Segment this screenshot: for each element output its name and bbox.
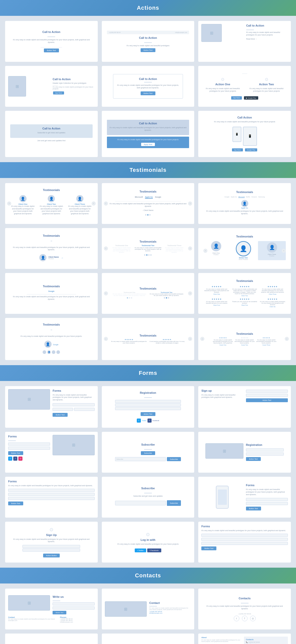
f3-input1[interactable] <box>246 390 288 393</box>
f8-button[interactable]: Subscribe <box>167 500 181 506</box>
f10-input1[interactable] <box>22 545 80 548</box>
f2-input1[interactable] <box>115 400 181 403</box>
t3-text: It's very easy to create stylish and bea… <box>203 210 286 215</box>
action-card-5: Call to Action It's very easy to create … <box>102 66 194 107</box>
t2-c2: Apple Inc <box>145 196 153 199</box>
a2-text: It's very easy to create stylish and bea… <box>127 44 169 47</box>
f11-twitter[interactable]: t Twitter <box>135 548 146 552</box>
t2-nav-left[interactable]: ‹ <box>104 201 108 206</box>
f7-input1[interactable] <box>8 489 95 492</box>
f1-input3[interactable] <box>74 408 94 411</box>
f7-button[interactable]: Button Text <box>8 502 23 505</box>
a9-googleplay[interactable]: Google Play <box>245 148 257 151</box>
f11-facebook[interactable]: f Facebook <box>147 548 161 552</box>
f9-input2[interactable] <box>246 502 288 505</box>
f4-fb[interactable]: f <box>13 457 17 461</box>
action-card-9: Call Action It's very easy to create sty… <box>198 111 291 157</box>
c3-facebook[interactable]: f <box>242 616 248 621</box>
f6-input2[interactable] <box>246 452 284 456</box>
c1-input2[interactable] <box>53 606 94 610</box>
actions-section: Actions Call to Action It's very easy to… <box>0 0 296 162</box>
t12-nav-left[interactable]: ‹ <box>200 337 204 341</box>
c1-input1[interactable] <box>53 602 94 605</box>
f12-input3[interactable] <box>201 542 288 545</box>
form-card-5: Subscribe Subscribe Subscribe Subscribe <box>102 432 194 473</box>
a8-button[interactable]: Apply Now <box>141 143 155 146</box>
f7-input2[interactable] <box>8 493 95 496</box>
a2-button[interactable]: Button Text <box>141 48 156 52</box>
f6-input1[interactable] <box>246 448 284 451</box>
t8-nav-left[interactable]: ‹ <box>104 291 108 295</box>
f4-insta[interactable]: ◎ <box>18 457 22 461</box>
t1-nav-right[interactable]: › <box>92 201 96 206</box>
f4-input1[interactable] <box>8 443 50 446</box>
f2-button[interactable]: Action Text <box>141 412 155 416</box>
c3-insta[interactable]: ◎ <box>250 616 256 621</box>
c2-email: info@example.com <box>149 612 191 614</box>
f2-facebook[interactable]: f <box>147 419 152 423</box>
f4-input2[interactable] <box>8 447 50 450</box>
f9-input1[interactable] <box>246 498 288 501</box>
t5-nav-left[interactable]: ‹ <box>104 246 108 251</box>
f5-button[interactable]: Subscribe <box>141 451 155 455</box>
f1-title: Forms <box>53 389 94 392</box>
f1-button[interactable]: Button Text <box>53 413 68 417</box>
t9-text2: It's very easy to create comfortable and… <box>231 288 258 294</box>
t6-nav-left[interactable]: ‹ <box>203 249 207 253</box>
f2-twitter[interactable]: t <box>137 419 141 423</box>
c1-map <box>8 595 50 611</box>
t4-quote: " <box>51 240 52 245</box>
f12-button[interactable]: Button Text <box>201 546 216 550</box>
f10-button[interactable]: Action Button <box>43 554 60 557</box>
t1-nav-left[interactable]: ‹ <box>7 201 11 206</box>
f4-twitter[interactable]: t <box>8 457 12 461</box>
c1-button[interactable]: Button Text <box>53 611 66 614</box>
t4-title: Testimonials <box>43 234 60 237</box>
a5-button[interactable]: Button Text <box>141 91 156 95</box>
t12-nav-right[interactable]: › <box>285 337 289 341</box>
f9-button[interactable]: Button Text <box>246 507 261 510</box>
f12-input1[interactable] <box>201 534 288 537</box>
a6-googleplay[interactable]: ▶ Google Play <box>244 96 258 100</box>
f1-input1[interactable] <box>53 403 94 406</box>
f2-input2[interactable] <box>115 403 181 407</box>
f1-input2[interactable] <box>53 408 73 411</box>
testimonial-card-4: Testimonials " It's very easy to create … <box>5 228 98 269</box>
f8-input[interactable] <box>115 501 166 505</box>
f7-input3[interactable] <box>8 497 95 500</box>
f3-input2[interactable] <box>246 394 288 397</box>
f5-subscribe-btn[interactable]: Subscribe <box>167 457 181 461</box>
action-card-4: Call to Action Header style Collection f… <box>5 66 98 107</box>
t11-nav-right[interactable]: › <box>188 337 192 341</box>
t9-stars2: ★★★★★ <box>231 285 258 288</box>
f3-button[interactable]: Action Text <box>246 398 288 402</box>
f4-button[interactable]: Button Text <box>8 451 23 455</box>
f12-input2[interactable] <box>201 538 288 541</box>
t6-label2: Senior One <box>231 257 256 259</box>
forms-header: Forms <box>0 365 296 381</box>
c1-wrte: Write us <box>53 595 64 598</box>
a1-button[interactable]: Button Text <box>44 49 59 52</box>
t1-avatar1: 👤 <box>19 195 27 202</box>
a6-appstore[interactable]: App Store <box>231 96 242 100</box>
form-card-4: Forms Button Text t f ◎ <box>5 432 98 473</box>
t5-nav-right[interactable]: › <box>188 246 192 251</box>
t6-nav-right[interactable]: › <box>282 249 286 253</box>
t8-nav-right[interactable]: › <box>188 291 192 295</box>
t11-text2: A cool product comfortable and made with… <box>149 341 185 344</box>
a9-appstore[interactable]: App Store <box>232 148 243 151</box>
t3-avatar: 👤 <box>241 200 248 207</box>
t4-arrow[interactable]: → <box>61 256 64 259</box>
t2-nav-right[interactable]: › <box>188 201 192 206</box>
form-card-3: Sign up It's very easy to create stylish… <box>198 386 291 428</box>
f6-button[interactable]: Action Text <box>246 457 261 461</box>
t11-nav-left[interactable]: ‹ <box>104 337 108 341</box>
f2-divider <box>144 397 152 398</box>
c3-twitter[interactable]: t <box>234 616 239 621</box>
t7-title: Testimonials <box>43 285 60 288</box>
f10-input2[interactable] <box>22 548 80 552</box>
action-card-6: ⊙ Action One It's very easy to create st… <box>198 66 291 107</box>
f2-input3[interactable] <box>115 407 181 410</box>
a4-appstore[interactable]: App Store <box>53 91 64 94</box>
a2-email: info@example.com <box>175 32 187 33</box>
